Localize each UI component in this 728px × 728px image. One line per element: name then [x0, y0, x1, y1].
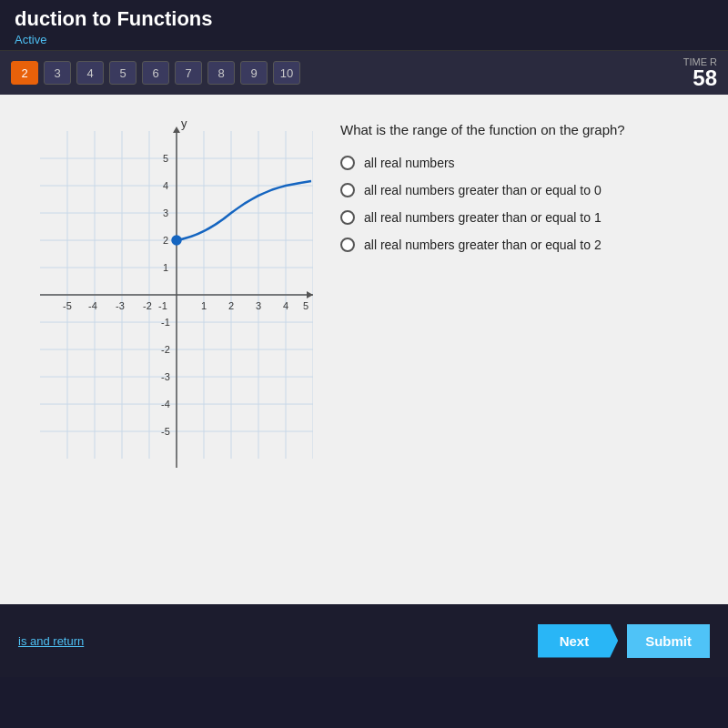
nav-btn-7[interactable]: 7: [175, 61, 202, 85]
nav-btn-8[interactable]: 8: [207, 61, 235, 85]
svg-text:1: 1: [163, 262, 168, 273]
coordinate-graph: x y -4 -3 -2 -1 1 2 3 4 5 -5 5 4 3 2 1 -…: [22, 113, 313, 477]
radio-3[interactable]: [340, 210, 355, 225]
svg-text:-2: -2: [143, 300, 152, 311]
svg-point-47: [172, 236, 181, 245]
nav-btn-9[interactable]: 9: [240, 61, 268, 85]
option-4-text: all real numbers greater than or equal t…: [364, 238, 602, 252]
page-title: duction to Functions: [15, 7, 713, 31]
status-badge: Active: [15, 33, 713, 46]
skip-link[interactable]: is and return: [18, 634, 84, 648]
svg-text:-4: -4: [88, 300, 97, 311]
nav-bar: 2345678910 TIME R 58: [0, 51, 728, 95]
next-button[interactable]: Next: [538, 624, 619, 658]
option-4[interactable]: all real numbers greater than or equal t…: [340, 238, 706, 252]
question-text: What is the range of the function on the…: [340, 122, 706, 137]
timer-section: TIME R 58: [683, 56, 717, 89]
option-2-text: all real numbers greater than or equal t…: [364, 183, 602, 197]
option-1-text: all real numbers: [364, 156, 455, 170]
svg-text:3: 3: [163, 207, 168, 218]
submit-button[interactable]: Submit: [627, 624, 710, 658]
svg-text:4: 4: [163, 180, 168, 191]
bottom-buttons: Next Submit: [538, 624, 710, 658]
option-2[interactable]: all real numbers greater than or equal t…: [340, 183, 706, 197]
svg-text:-1: -1: [158, 300, 167, 311]
svg-text:-1: -1: [161, 317, 170, 328]
svg-text:-3: -3: [161, 371, 170, 382]
radio-1[interactable]: [340, 156, 355, 170]
svg-text:-2: -2: [161, 344, 170, 355]
nav-btn-3[interactable]: 3: [44, 61, 71, 85]
svg-marker-23: [307, 291, 313, 298]
option-1[interactable]: all real numbers: [340, 156, 706, 170]
question-area: What is the range of the function on the…: [340, 113, 706, 265]
timer-value: 58: [683, 67, 717, 89]
svg-text:-5: -5: [63, 300, 72, 311]
nav-btn-6[interactable]: 6: [142, 61, 169, 85]
svg-text:4: 4: [283, 300, 288, 311]
nav-btn-4[interactable]: 4: [76, 61, 104, 85]
bottom-bar: is and return Next Submit: [0, 604, 728, 677]
option-3-text: all real numbers greater than or equal t…: [364, 210, 602, 225]
question-nav: 2345678910: [11, 61, 300, 85]
radio-2[interactable]: [340, 183, 355, 197]
main-content: x y -4 -3 -2 -1 1 2 3 4 5 -5 5 4 3 2 1 -…: [0, 95, 728, 604]
option-3[interactable]: all real numbers greater than or equal t…: [340, 210, 706, 225]
svg-text:-5: -5: [161, 426, 170, 437]
svg-text:5: 5: [303, 300, 308, 311]
radio-4[interactable]: [340, 238, 355, 252]
svg-marker-24: [173, 126, 180, 133]
nav-btn-5[interactable]: 5: [109, 61, 136, 85]
svg-text:-3: -3: [116, 300, 125, 311]
svg-text:3: 3: [256, 300, 261, 311]
svg-text:y: y: [181, 116, 187, 130]
nav-btn-10[interactable]: 10: [273, 61, 300, 85]
svg-text:5: 5: [163, 153, 168, 164]
svg-text:2: 2: [163, 235, 168, 246]
header: duction to Functions Active: [0, 0, 728, 51]
svg-text:-4: -4: [161, 399, 170, 410]
svg-text:1: 1: [201, 300, 207, 311]
svg-text:2: 2: [228, 300, 234, 311]
nav-btn-2[interactable]: 2: [11, 61, 38, 85]
graph-container: x y -4 -3 -2 -1 1 2 3 4 5 -5 5 4 3 2 1 -…: [22, 113, 313, 480]
